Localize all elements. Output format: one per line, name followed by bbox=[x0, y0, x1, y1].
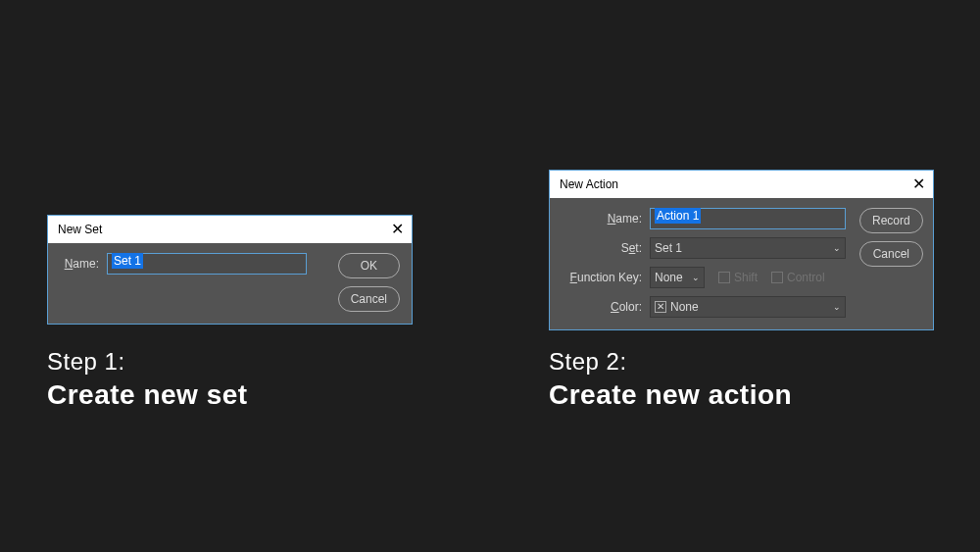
name-input[interactable]: Action 1 bbox=[650, 208, 846, 229]
button-column: Record Cancel bbox=[859, 208, 923, 318]
color-value-wrap: ✕ None bbox=[655, 300, 699, 314]
step-title: Create new action bbox=[549, 379, 792, 411]
ok-button[interactable]: OK bbox=[338, 253, 400, 278]
name-label: Name: bbox=[60, 257, 107, 271]
form-area: Name: Set 1 bbox=[60, 253, 324, 312]
color-row: Color: ✕ None ⌄ bbox=[562, 296, 846, 318]
function-key-label: Function Key: bbox=[562, 271, 650, 284]
set-label: Set: bbox=[562, 241, 650, 255]
step-number: Step 1: bbox=[47, 348, 248, 376]
set-select[interactable]: Set 1 ⌄ bbox=[650, 237, 846, 259]
name-row: Name: Set 1 bbox=[60, 253, 324, 275]
step-title: Create new set bbox=[47, 379, 248, 411]
function-key-row: Function Key: None ⌄ Shift Control bbox=[562, 267, 846, 288]
step-2-caption: Step 2: Create new action bbox=[549, 348, 792, 411]
titlebar: New Action ✕ bbox=[550, 171, 933, 198]
step-number: Step 2: bbox=[549, 348, 792, 376]
name-row: Name: Action 1 bbox=[562, 208, 846, 229]
new-action-dialog: New Action ✕ Name: Action 1 Set: Set 1 ⌄ bbox=[549, 170, 934, 330]
button-column: OK Cancel bbox=[338, 253, 400, 312]
name-value: Action 1 bbox=[655, 208, 701, 224]
titlebar: New Set ✕ bbox=[48, 216, 412, 243]
close-icon[interactable]: ✕ bbox=[391, 222, 404, 237]
step-1-caption: Step 1: Create new set bbox=[47, 348, 248, 411]
name-input[interactable]: Set 1 bbox=[107, 253, 307, 275]
chevron-down-icon: ⌄ bbox=[833, 243, 841, 253]
dialog-body: Name: Action 1 Set: Set 1 ⌄ Function Key… bbox=[550, 198, 933, 329]
shift-label: Shift bbox=[734, 271, 758, 284]
set-value: Set 1 bbox=[655, 241, 682, 255]
dialog-title: New Action bbox=[560, 177, 618, 191]
record-button[interactable]: Record bbox=[859, 208, 923, 233]
set-row: Set: Set 1 ⌄ bbox=[562, 237, 846, 259]
control-label: Control bbox=[787, 271, 825, 284]
color-label: Color: bbox=[562, 300, 650, 314]
form-area: Name: Action 1 Set: Set 1 ⌄ Function Key… bbox=[562, 208, 846, 318]
new-set-dialog: New Set ✕ Name: Set 1 OK Cancel bbox=[47, 215, 413, 325]
color-select[interactable]: ✕ None ⌄ bbox=[650, 296, 846, 318]
name-label: Name: bbox=[562, 212, 650, 226]
name-value: Set 1 bbox=[112, 253, 143, 269]
dialog-body: Name: Set 1 OK Cancel bbox=[48, 243, 412, 324]
cancel-button[interactable]: Cancel bbox=[859, 241, 923, 267]
chevron-down-icon: ⌄ bbox=[692, 273, 700, 282]
none-swatch-icon: ✕ bbox=[655, 301, 666, 313]
function-key-select[interactable]: None ⌄ bbox=[650, 267, 705, 288]
shift-checkbox[interactable] bbox=[718, 272, 730, 283]
color-value: None bbox=[670, 300, 699, 314]
close-icon[interactable]: ✕ bbox=[912, 176, 925, 192]
cancel-button[interactable]: Cancel bbox=[338, 286, 400, 312]
control-checkbox[interactable] bbox=[771, 272, 783, 283]
function-key-value: None bbox=[655, 271, 683, 284]
chevron-down-icon: ⌄ bbox=[833, 302, 841, 312]
dialog-title: New Set bbox=[58, 223, 102, 236]
